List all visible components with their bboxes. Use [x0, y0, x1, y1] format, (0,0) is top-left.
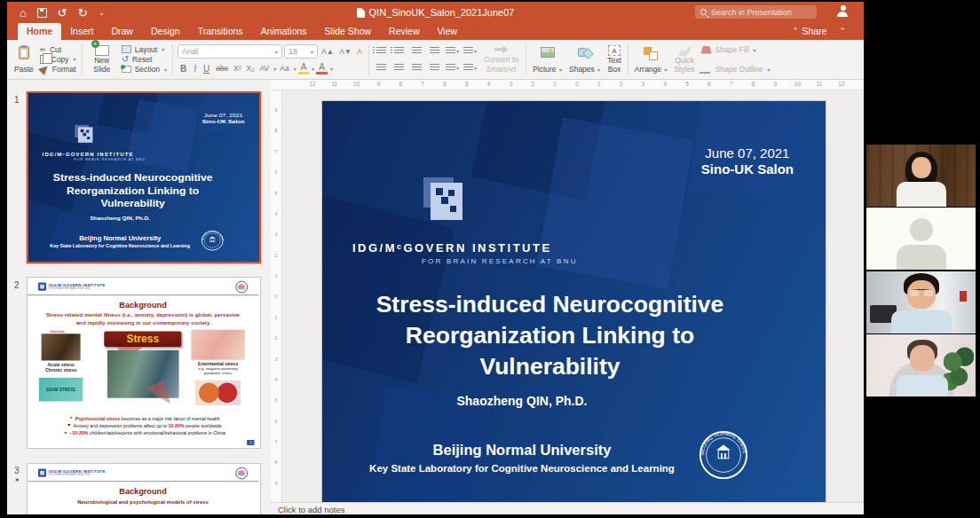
section-button[interactable]: Section▾ — [119, 65, 170, 75]
ruler-number: 7 — [416, 81, 429, 87]
text-direction-button[interactable]: ▾ — [445, 62, 460, 74]
ruler-number: 5 — [271, 397, 281, 403]
slide-1-thumbnail[interactable]: June 07, 2021Sino-UK Salon IDG/MᶜGOVERN … — [27, 91, 261, 263]
decrease-indent-button[interactable] — [409, 45, 424, 57]
highlight-color-button[interactable]: A — [298, 62, 310, 75]
tab-insert[interactable]: Insert — [61, 23, 102, 40]
ruler-number: 1 — [593, 81, 605, 87]
align-text-button[interactable]: ▾ — [462, 62, 478, 74]
line-spacing-button[interactable]: ▾ — [445, 45, 460, 57]
slide-editor-area: 9876543210123456789 June 07, 2021Sino-UK… — [271, 91, 864, 514]
italic-button[interactable]: I — [191, 64, 199, 74]
quick-styles-button[interactable]: QuickStyles — [670, 43, 698, 76]
font-color-button[interactable]: A — [316, 62, 328, 75]
collapse-ribbon-icon[interactable]: ⌃ — [839, 27, 846, 35]
justify-button[interactable] — [427, 62, 442, 74]
horizontal-ruler: 1211109876543210123456789101112 — [271, 80, 864, 90]
tab-slide-show[interactable]: Slide Show — [316, 23, 381, 40]
university-name[interactable]: Beijing Normal University — [322, 442, 722, 459]
quick-styles-icon — [678, 45, 691, 56]
bold-button[interactable]: B — [178, 64, 189, 74]
share-button[interactable]: + Share ⌃ — [786, 26, 846, 36]
slide-title[interactable]: Stress-induced NeurocognitiveReorganizat… — [333, 289, 767, 383]
clear-formatting-button[interactable]: A — [355, 47, 364, 56]
exam-stress-image: EXAM STRESS — [39, 378, 83, 402]
shape-outline-icon — [699, 66, 714, 74]
picture-button[interactable]: Picture ▾ — [529, 43, 565, 76]
superscript-button[interactable]: X² — [232, 64, 243, 73]
shape-fill-button[interactable]: Shape Fill▾ — [699, 44, 773, 55]
numbering-button[interactable] — [391, 45, 407, 57]
video-participant-2-avatar[interactable] — [866, 208, 976, 270]
ruler-number: 9 — [271, 107, 281, 113]
format-painter-button[interactable]: Format — [37, 65, 79, 75]
institute-subtitle[interactable]: FOR BRAIN RESEARCH AT BNU — [422, 257, 578, 265]
ruler-number: 12 — [835, 81, 848, 87]
slide2-bullets: ●Psychosocial stress becomes as a major … — [40, 415, 250, 437]
section-icon — [122, 66, 131, 73]
tab-draw[interactable]: Draw — [102, 23, 142, 40]
slide-2-thumbnail[interactable]: IDG/MᶜGOVERN INSTITUTEFOR BRAIN RESEARCH… — [27, 277, 261, 449]
tab-transitions[interactable]: Transitions — [189, 23, 252, 40]
tab-view[interactable]: View — [429, 23, 467, 40]
tab-review[interactable]: Review — [380, 23, 428, 40]
ruler-number: 9 — [271, 481, 281, 486]
speaker-name: Shaozheng QIN, Ph.D. — [28, 215, 211, 221]
grow-font-button[interactable]: A▲ — [320, 47, 336, 56]
ruler-number: 11 — [328, 81, 341, 87]
columns-button[interactable]: ▾ — [462, 45, 478, 57]
paste-button[interactable]: Paste — [11, 43, 37, 76]
undo-icon[interactable]: ↺ — [58, 7, 67, 19]
institute-name: IDG/MᶜGOVERN INSTITUTE — [43, 152, 134, 157]
customize-toolbar-icon[interactable]: ⌄ — [99, 9, 106, 17]
ruler-number: 4 — [271, 211, 281, 216]
institute-name[interactable]: IDG/MᶜGOVERN INSTITUTE — [352, 241, 552, 255]
account-icon[interactable] — [837, 5, 850, 18]
video-participant-3[interactable] — [866, 271, 976, 334]
convert-to-smartart-button[interactable]: Convert toSmartArt — [479, 43, 523, 76]
ruler-number: 8 — [271, 128, 281, 133]
video-call-strip — [866, 145, 976, 397]
home-icon[interactable]: ⌂ — [20, 7, 27, 19]
character-spacing-button[interactable]: AV — [258, 64, 272, 73]
shrink-font-button[interactable]: A▼ — [337, 47, 353, 56]
lab-name: Key State Laboratory for Cognitive Neuro… — [28, 244, 211, 248]
strikethrough-button[interactable]: abc — [214, 64, 230, 73]
tab-design[interactable]: Design — [142, 23, 189, 40]
subscript-button[interactable]: X₂ — [245, 64, 257, 73]
slide-date: June 07, 2021Sino-UK Salon — [202, 112, 245, 125]
slide-3-thumbnail[interactable]: IDG/MᶜGOVERN INSTITUTEFOR BRAIN RESEARCH… — [27, 463, 261, 514]
slide-date[interactable]: June 07, 2021Sino-UK Salon — [701, 145, 794, 177]
align-right-button[interactable] — [409, 62, 424, 74]
new-slide-button[interactable]: New Slide — [85, 43, 119, 76]
redo-icon[interactable]: ↻ — [78, 7, 88, 19]
tab-home[interactable]: Home — [18, 23, 61, 40]
powerpoint-window: ⌂ ↺ ↻ ⌄ QIN_SinoUK_Salon_2021June07 Sear… — [7, 2, 864, 514]
tab-animations[interactable]: Animations — [252, 23, 316, 40]
search-input[interactable]: Search in Presentation — [695, 5, 817, 19]
increase-indent-button[interactable] — [427, 45, 442, 57]
shapes-button[interactable]: Shapes ▾ — [565, 43, 604, 76]
bullets-button[interactable] — [374, 45, 389, 57]
align-left-button[interactable] — [374, 62, 389, 74]
notes-field[interactable]: Click to add notes — [271, 502, 864, 514]
text-box-button[interactable]: A TextBox — [604, 43, 625, 76]
video-participant-1[interactable] — [866, 145, 976, 207]
speaker-name[interactable]: Shaozheng QIN, Ph.D. — [322, 394, 722, 408]
reset-button[interactable]: ↺Reset — [119, 54, 170, 64]
lab-name[interactable]: Key State Laboratory for Cognitive Neuro… — [322, 463, 722, 474]
text-box-icon: A — [608, 45, 620, 56]
save-icon[interactable] — [37, 8, 47, 18]
font-size-select[interactable]: 18▾ — [284, 44, 318, 59]
institute-logo-icon[interactable] — [423, 177, 468, 224]
shape-outline-button[interactable]: Shape Outline▾ — [699, 64, 773, 75]
underline-button[interactable]: U — [201, 64, 212, 74]
font-name-select[interactable]: Arial▾ — [178, 44, 282, 59]
video-participant-4[interactable] — [866, 334, 976, 396]
arrange-button[interactable]: Arrange ▾ — [631, 43, 671, 76]
layout-button[interactable]: Layout▾ — [119, 44, 170, 54]
main-slide-canvas[interactable]: June 07, 2021Sino-UK Salon IDG/MᶜGOVERN … — [322, 101, 826, 506]
align-center-button[interactable] — [391, 62, 407, 74]
change-case-button[interactable]: Aa — [278, 64, 290, 73]
slide3-subtitle: Neurobiological and psychological models… — [28, 498, 258, 505]
